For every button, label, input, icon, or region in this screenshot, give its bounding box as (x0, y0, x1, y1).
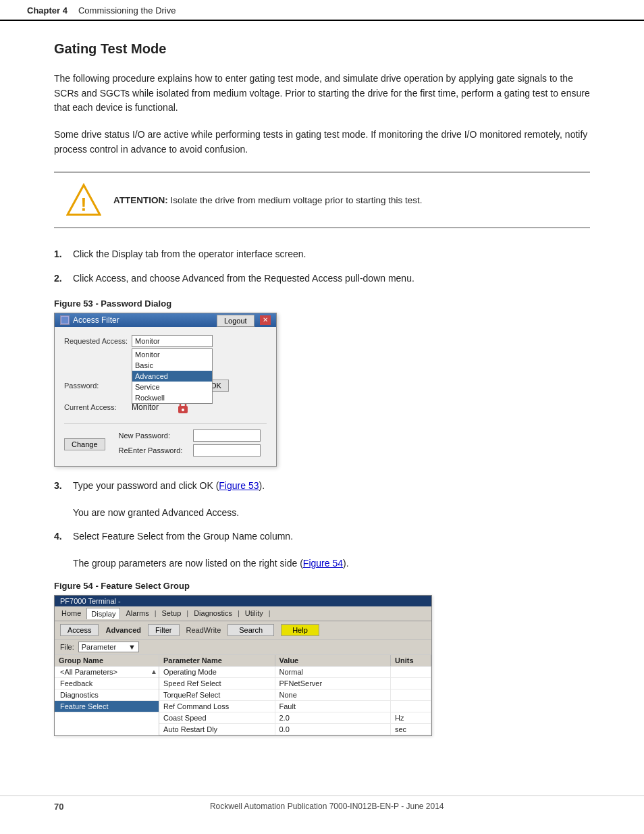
menu-utility[interactable]: Utility (241, 608, 267, 619)
logout-button[interactable]: Logout (217, 315, 254, 327)
fg-menubar: Home Display Alarms | Setup | Diagnostic… (55, 606, 431, 621)
steps3-list: 4. Select Feature Select from the Group … (54, 529, 590, 544)
param-value-1: PFNetServer (275, 678, 392, 689)
param-name-2: TorqueRef Select (159, 689, 275, 700)
fg-titlebar: PF7000 Terminal - (55, 596, 431, 606)
group-item-diagnostics[interactable]: Diagnostics (55, 689, 159, 701)
requested-access-label: Requested Access: (64, 337, 132, 345)
table-row: Operating Mode Normal (159, 667, 431, 678)
feature-select-group: PF7000 Terminal - Home Display Alarms | … (54, 595, 432, 736)
new-password-input[interactable] (193, 429, 261, 442)
section-title: Gating Test Mode (54, 41, 590, 57)
param-value-4: 2.0 (275, 712, 392, 723)
svg-point-4 (182, 409, 184, 411)
change-row: Change New Password: ReEnter Password: (64, 429, 267, 459)
step-4-text: Select Feature Select from the Group Nam… (73, 529, 293, 544)
group-item-all[interactable]: <All Parameters> (55, 667, 159, 678)
param-name-0: Operating Mode (159, 667, 275, 677)
fg-right-panel: Parameter Name Value Units Operating Mod… (159, 655, 431, 735)
fg-file-section: File: Parameter ▼ (55, 640, 431, 655)
dialog-body: Requested Access: Monitor Monitor Basic … (55, 327, 276, 466)
dropdown-item-basic[interactable]: Basic (132, 360, 212, 371)
dialog-close-button[interactable]: ✕ (260, 315, 271, 325)
menu-alarms[interactable]: Alarms (122, 608, 153, 619)
figure53-link[interactable]: Figure 53 (219, 480, 259, 491)
fg-table-header: Parameter Name Value Units (159, 655, 431, 667)
step-2-num: 2. (54, 271, 66, 286)
dropdown-item-service[interactable]: Service (132, 382, 212, 392)
paragraph2: Some drive status I/O are active while p… (54, 128, 590, 157)
paragraph1: The following procedure explains how to … (54, 72, 590, 115)
param-units-5: sec (391, 724, 431, 735)
filter-value: ReadWrite (186, 626, 221, 634)
help-button[interactable]: Help (281, 624, 319, 636)
steps-list: 1. Click the Display tab from the operat… (54, 247, 590, 286)
step-4-num: 4. (54, 529, 66, 544)
menu-display[interactable]: Display (86, 608, 120, 619)
step-3-sub: You are now granted Advanced Access. (73, 506, 590, 521)
reenter-password-row: ReEnter Password: (119, 444, 261, 457)
step-1-text: Click the Display tab from the operator … (73, 247, 306, 262)
step-1-num: 1. (54, 247, 66, 262)
step-3-text: Type your password and click OK (Figure … (73, 479, 265, 494)
attention-label: ATTENTION: (113, 195, 168, 205)
new-password-label: New Password: (119, 432, 193, 440)
header-bar: Chapter 4 Commissioning the Drive (0, 0, 644, 21)
chapter-title: Commissioning the Drive (78, 5, 176, 16)
footer-page: 70 (54, 802, 63, 812)
menu-setup[interactable]: Setup (158, 608, 186, 619)
dropdown-item-advanced[interactable]: Advanced (132, 371, 212, 382)
param-value-0: Normal (275, 667, 392, 677)
requested-access-select[interactable]: Monitor (132, 335, 213, 347)
scroll-up-icon[interactable]: ▲ (151, 668, 157, 675)
change-button[interactable]: Change (64, 438, 105, 450)
group-name-header: Group Name (55, 655, 159, 667)
attention-text: ATTENTION: Isolate the drive from medium… (113, 195, 422, 205)
filter-button[interactable]: Filter (148, 624, 179, 636)
param-units-4: Hz (391, 712, 431, 723)
dropdown-item-rockwell[interactable]: Rockwell (132, 392, 212, 403)
col-units: Units (391, 655, 431, 666)
reenter-password-input[interactable] (193, 444, 261, 457)
dropdown-item-monitor[interactable]: Monitor (132, 349, 212, 360)
figure-54-caption: Figure 54 - Feature Select Group (54, 581, 590, 591)
password-label: Password: (64, 382, 132, 390)
menu-diagnostics[interactable]: Diagnostics (190, 608, 236, 619)
dialog-title-text: Access Filter (73, 315, 119, 325)
file-select[interactable]: Parameter ▼ (78, 642, 139, 652)
group-item-feature-select[interactable]: Feature Select (55, 701, 159, 712)
step-3: 3. Type your password and click OK (Figu… (54, 479, 590, 494)
param-value-5: 0.0 (275, 724, 392, 735)
table-row: Auto Restart Dly 0.0 sec (159, 724, 431, 735)
svg-text:!: ! (80, 194, 86, 215)
new-password-row: New Password: (119, 429, 261, 442)
page: Chapter 4 Commissioning the Drive Gating… (0, 0, 644, 834)
svg-rect-2 (61, 317, 68, 323)
file-label: File: (60, 643, 74, 651)
figure54-link[interactable]: Figure 54 (303, 558, 343, 569)
param-name-4: Coast Speed (159, 712, 275, 723)
requested-access-field-wrap: Monitor Monitor Basic Advanced Service R… (132, 335, 267, 347)
param-value-2: None (275, 689, 392, 700)
search-button[interactable]: Search (227, 624, 274, 636)
warning-icon: ! (66, 182, 101, 217)
param-value-3: Fault (275, 701, 392, 712)
current-access-label: Current Access: (64, 403, 132, 411)
group-item-feedback[interactable]: Feedback (55, 678, 159, 689)
step-1: 1. Click the Display tab from the operat… (54, 247, 590, 262)
table-row: Ref Command Loss Fault (159, 701, 431, 712)
attention-box: ! ATTENTION: Isolate the drive from medi… (54, 172, 590, 228)
steps2-list: 3. Type your password and click OK (Figu… (54, 479, 590, 494)
access-button[interactable]: Access (60, 624, 99, 636)
step-4-sub: The group parameters are now listed on t… (73, 556, 590, 571)
step-2: 2. Click Access, and choose Advanced fro… (54, 271, 590, 286)
table-row: TorqueRef Select None (159, 689, 431, 701)
step-2-text: Click Access, and choose Advanced from t… (73, 271, 414, 286)
menu-home[interactable]: Home (57, 608, 85, 619)
figure-53-caption: Figure 53 - Password Dialog (54, 298, 590, 309)
current-access-value: Monitor (132, 402, 159, 412)
fg-left-panel: Group Name ▲ <All Parameters> Feedback D… (55, 655, 159, 735)
dialog-title-left: Access Filter (60, 315, 119, 325)
fg-title-text: PF7000 Terminal - (60, 597, 121, 605)
dropdown-container: Monitor Monitor Basic Advanced Service R… (132, 335, 213, 347)
